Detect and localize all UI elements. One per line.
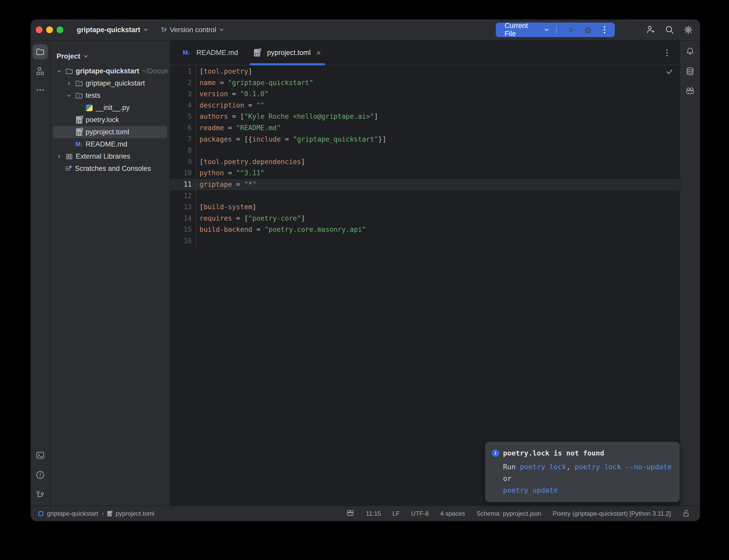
close-tab-icon[interactable] [316,50,321,56]
minimize-window-button[interactable] [46,26,53,33]
line-number[interactable]: 12 [170,190,196,202]
settings-gear-icon[interactable] [683,25,693,35]
chevron-down-icon [544,27,550,33]
editor-line-11[interactable]: 11griptape = "*" [170,179,680,190]
line-number[interactable]: 1 [170,66,196,77]
tree-item--init-py[interactable]: __init__.py [53,102,167,114]
toml-file-icon: [T] [107,511,112,516]
line-number[interactable]: 16 [170,235,196,247]
notification-link-poetry-update[interactable]: poetry update [503,486,558,494]
zoom-window-button[interactable] [57,26,63,33]
status-widgets: 11:15LFUTF-84 spacesSchema: pyproject.js… [346,509,691,518]
line-number[interactable]: 10 [170,167,196,179]
line-number[interactable]: 5 [170,111,196,122]
tree-item-griptape-quickstart[interactable]: griptape_quickstart [53,77,167,89]
notification-link-poetry-lock[interactable]: poetry lock [520,463,566,471]
editor-line-6[interactable]: 6readme = "README.md" [170,122,680,134]
chevron-down-icon[interactable] [66,93,75,99]
editor-line-13[interactable]: 13[build-system] [170,201,680,213]
inspection-ok-check-icon[interactable] [665,67,674,76]
editor[interactable]: 1[tool.poetry]2name = "griptape-quicksta… [170,65,680,506]
editor-line-9[interactable]: 9[tool.poetry.dependencies] [170,156,680,168]
run-configuration-selector[interactable]: Current File [505,22,541,38]
editor-line-7[interactable]: 7packages = [{include = "griptape_quicks… [170,134,680,145]
more-run-options-button[interactable] [600,25,609,34]
tree-item-griptape-quickstart[interactable]: griptape-quickstart~/Docume [53,65,167,77]
chevron-right-icon[interactable] [66,81,75,86]
titlebar-actions [646,25,700,35]
editor-line-1[interactable]: 1[tool.poetry] [170,66,680,77]
status-item-utf-8[interactable]: UTF-8 [411,510,429,517]
problems-tool-button[interactable] [36,470,45,480]
breadcrumb-project[interactable]: griptape-quickstart [47,510,98,517]
editor-line-16[interactable]: 16 [170,235,680,247]
line-number[interactable]: 2 [170,77,196,89]
status-item-schema-pyproject-json[interactable]: Schema: pyproject.json [477,510,541,517]
more-tool-windows-button[interactable] [36,85,45,95]
line-number[interactable]: 9 [170,156,196,168]
copilot-status-icon[interactable] [346,509,354,518]
chevron-down-icon [219,27,224,33]
run-button[interactable] [567,25,576,34]
right-tool-strip [680,41,700,506]
line-number[interactable]: 6 [170,122,196,134]
debug-button[interactable] [583,25,593,34]
editor-line-8[interactable]: 8 [170,145,680,156]
database-tool-button[interactable] [685,67,695,76]
editor-line-2[interactable]: 2name = "griptape-quickstart" [170,77,680,89]
notification-link-poetry-lock-no-update[interactable]: poetry lock --no-update [575,463,672,471]
line-number[interactable]: 15 [170,224,196,235]
project-selector[interactable]: griptape-quickstart [77,26,149,34]
ai-assistant-tool-button[interactable] [685,87,695,96]
vcs-label: Version control [170,26,216,34]
line-number[interactable]: 11 [170,179,196,190]
tree-item-readme-md[interactable]: M↓README.md [53,138,167,150]
chevron-down-icon[interactable] [57,68,65,74]
notification-balloon[interactable]: i poetry.lock is not found Run poetry lo… [485,442,680,502]
tree-item-scratches-and-consoles[interactable]: Scratches and Consoles [53,163,167,175]
vcs-widget[interactable]: Version control [161,26,225,34]
tab-options-kebab-icon[interactable] [663,48,671,57]
line-number[interactable]: 13 [170,201,196,213]
tree-item-label: README.md [86,140,127,148]
editor-line-15[interactable]: 15build-backend = "poetry.core.masonry.a… [170,224,680,235]
line-number[interactable]: 3 [170,88,196,100]
status-item-lf[interactable]: LF [393,510,400,517]
left-tool-strip [31,41,50,506]
editor-line-5[interactable]: 5authors = ["Kyle Roche <hello@griptape.… [170,111,680,122]
ide-window: griptape-quickstart Version control Curr… [31,19,700,521]
status-item-4-spaces[interactable]: 4 spaces [440,510,465,517]
tree-item-tests[interactable]: tests [53,89,167,102]
chevron-right-icon[interactable] [57,154,65,159]
unlock-icon[interactable] [682,509,691,518]
editor-line-14[interactable]: 14requires = ["poetry-core"] [170,213,680,224]
project-panel-header[interactable]: Project [50,41,170,65]
editor-line-4[interactable]: 4description = "" [170,100,680,111]
structure-tool-button[interactable] [36,67,45,76]
line-number[interactable]: 8 [170,145,196,156]
package-icon [75,92,83,100]
code-with-me-icon[interactable] [646,25,656,35]
tree-item-pyproject-toml[interactable]: [T]pyproject.toml [53,126,167,138]
tree-item-external-libraries[interactable]: External Libraries [53,150,167,163]
project-tool-button[interactable] [33,44,48,59]
terminal-tool-button[interactable] [36,451,45,460]
status-item-11-15[interactable]: 11:15 [366,510,381,517]
code-text: description = "" [196,100,264,111]
breadcrumb-file[interactable]: pyproject.toml [115,510,154,517]
editor-line-3[interactable]: 3version = "0.1.0" [170,88,680,100]
line-number[interactable]: 14 [170,213,196,224]
editor-line-10[interactable]: 10python = "^3.11" [170,167,680,179]
project-tree: griptape-quickstart~/Documegriptape_quic… [50,65,170,175]
version-control-tool-button[interactable] [36,490,45,499]
line-number[interactable]: 4 [170,100,196,111]
status-item-poetry-griptape-quickstart-pyt[interactable]: Poetry (griptape-quickstart) [Python 3.1… [553,510,671,517]
tab-readme-md[interactable]: M↓README.md [177,41,244,65]
editor-line-12[interactable]: 12 [170,190,680,202]
close-window-button[interactable] [36,26,43,33]
tab-pyproject-toml[interactable]: [T]pyproject.toml [247,41,327,65]
line-number[interactable]: 7 [170,134,196,145]
tree-item-poetry-lock[interactable]: [T]poetry.lock [53,114,167,126]
notifications-bell-icon[interactable] [685,46,695,56]
search-everywhere-icon[interactable] [665,25,675,35]
